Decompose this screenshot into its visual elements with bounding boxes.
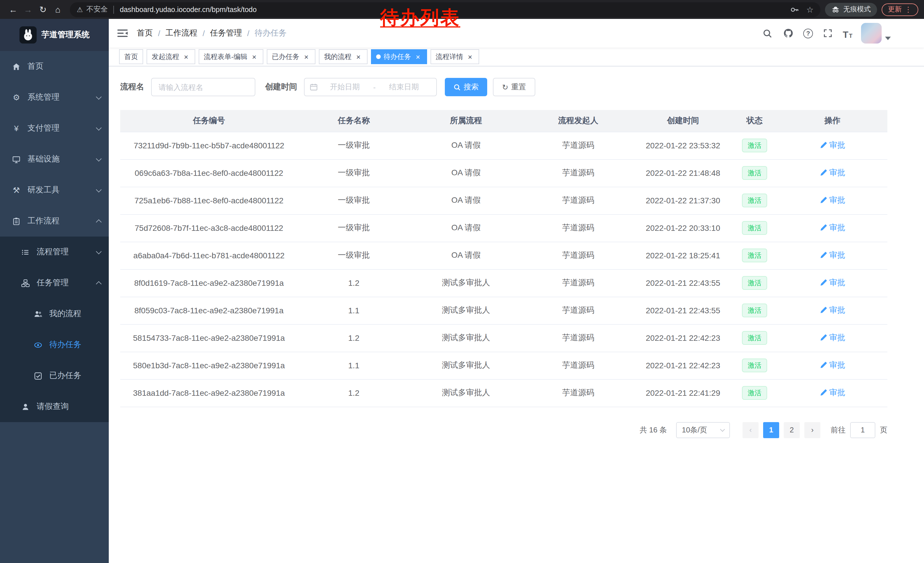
sidebar-item-dev-tools[interactable]: ⚒ 研发工具: [0, 175, 109, 206]
close-icon[interactable]: ×: [182, 53, 190, 61]
forward-icon[interactable]: →: [21, 2, 36, 17]
browser-menu-icon[interactable]: ⋮: [904, 5, 912, 14]
search-icon[interactable]: [761, 27, 773, 39]
edit-icon: [819, 389, 827, 396]
close-icon[interactable]: ×: [302, 53, 310, 61]
tab-done-tasks[interactable]: 已办任务 ×: [267, 49, 315, 64]
approve-link[interactable]: 审批: [819, 250, 845, 261]
start-date-placeholder: 开始日期: [318, 82, 372, 92]
sidebar-item-payment[interactable]: ¥ 支付管理: [0, 113, 109, 144]
sidebar-item-process-mgmt[interactable]: 流程管理: [0, 237, 109, 267]
tab-start-process[interactable]: 发起流程 ×: [147, 49, 195, 64]
cell-action: 审批: [777, 297, 887, 324]
font-size-icon[interactable]: TT: [843, 27, 852, 39]
col-process: 所属流程: [410, 110, 522, 132]
sidebar-item-workflow[interactable]: 工作流程: [0, 206, 109, 237]
tab-process-form-edit[interactable]: 流程表单-编辑 ×: [199, 49, 263, 64]
cell-task-name: 1.1: [298, 352, 410, 379]
date-range-picker[interactable]: 开始日期 - 结束日期: [304, 78, 437, 96]
cell-task-id: 75d72608-7b7f-11ec-a3c8-acde48001122: [120, 214, 298, 242]
status-badge: 激活: [742, 194, 767, 207]
approve-link[interactable]: 审批: [819, 195, 845, 206]
edit-icon: [819, 307, 827, 314]
approve-link[interactable]: 审批: [819, 140, 845, 151]
close-icon[interactable]: ×: [354, 53, 362, 61]
github-icon[interactable]: [782, 27, 795, 39]
back-icon[interactable]: ←: [6, 2, 21, 17]
search-button[interactable]: 搜索: [445, 78, 487, 96]
approve-link[interactable]: 审批: [819, 360, 845, 371]
cell-created: 2022-01-22 21:37:30: [634, 187, 732, 214]
cell-task-name: 一级审批: [298, 187, 410, 214]
sidebar-toggle-icon[interactable]: [117, 29, 128, 38]
annotation-overlay: 待办列表: [380, 5, 460, 31]
browser-home-icon[interactable]: ⌂: [50, 2, 65, 17]
page-1-button[interactable]: 1: [763, 422, 779, 438]
close-icon[interactable]: ×: [414, 53, 422, 61]
prev-page-button[interactable]: ‹: [742, 422, 759, 438]
sidebar-item-home[interactable]: 首页: [0, 51, 109, 82]
page-2-button[interactable]: 2: [784, 422, 800, 438]
breadcrumb-item-workflow[interactable]: 工作流程: [165, 28, 198, 38]
browser-window: ← → ↻ ⌂ ⚠ 不安全 dashboard.yudao.iocoder.cn…: [0, 0, 924, 563]
user-menu[interactable]: [861, 23, 891, 44]
chevron-up-icon: [96, 219, 102, 225]
process-name-input[interactable]: [151, 78, 255, 96]
question-icon[interactable]: ?: [803, 29, 813, 38]
cell-process: 测试多审批人: [410, 324, 522, 352]
breadcrumb-item-task-mgmt[interactable]: 任务管理: [210, 28, 242, 38]
create-time-label: 创建时间: [265, 82, 297, 92]
sidebar-item-todo-tasks[interactable]: 待办任务: [0, 329, 109, 360]
sidebar-item-system[interactable]: ⚙ 系统管理: [0, 82, 109, 113]
cell-starter: 芋道源码: [522, 132, 634, 159]
cell-action: 审批: [777, 352, 887, 379]
cell-created: 2022-01-22 20:33:10: [634, 214, 732, 242]
edit-icon: [819, 142, 827, 149]
update-label: 更新: [888, 5, 902, 14]
cell-status: 激活: [732, 132, 777, 159]
cell-process: OA 请假: [410, 159, 522, 187]
col-status: 状态: [732, 110, 777, 132]
cell-starter: 芋道源码: [522, 297, 634, 324]
avatar[interactable]: [861, 23, 882, 44]
table-row: 73211d9d-7b9b-11ec-b5b7-acde48001122 一级审…: [120, 132, 887, 159]
update-button[interactable]: 更新 ⋮: [882, 3, 918, 16]
app-logo[interactable]: 芋道管理系统: [0, 19, 109, 51]
close-icon[interactable]: ×: [466, 53, 474, 61]
approve-link[interactable]: 审批: [819, 305, 845, 315]
approve-link[interactable]: 审批: [819, 168, 845, 178]
approve-link[interactable]: 审批: [819, 333, 845, 343]
cell-created: 2022-01-21 22:41:29: [634, 379, 732, 407]
approve-link[interactable]: 审批: [819, 223, 845, 233]
col-task-name: 任务名称: [298, 110, 410, 132]
tab-home[interactable]: 首页: [119, 49, 143, 64]
reload-icon[interactable]: ↻: [36, 2, 50, 17]
list-icon: [21, 248, 30, 256]
tab-process-detail[interactable]: 流程详情 ×: [430, 49, 479, 64]
page-size-select[interactable]: 10条/页: [676, 422, 730, 438]
breadcrumb-item-home[interactable]: 首页: [137, 28, 153, 38]
chevron-down-icon: [720, 427, 725, 432]
table-row: a6aba0a4-7b6d-11ec-b781-acde48001122 一级审…: [120, 242, 887, 269]
sidebar-item-my-process[interactable]: 我的流程: [0, 299, 109, 329]
sidebar-item-done-tasks[interactable]: 已办任务: [0, 360, 109, 391]
close-icon[interactable]: ×: [250, 53, 258, 61]
table-body: 73211d9d-7b9b-11ec-b5b7-acde48001122 一级审…: [120, 132, 887, 407]
calendar-icon: [310, 83, 318, 91]
edit-icon: [819, 169, 827, 177]
cell-starter: 芋道源码: [522, 379, 634, 407]
reset-button[interactable]: ↻ 重置: [493, 78, 535, 96]
sidebar-item-leave-query[interactable]: 请假查询: [0, 391, 109, 422]
sidebar-item-infra[interactable]: 基础设施: [0, 144, 109, 175]
bookmark-star-icon[interactable]: ☆: [806, 5, 813, 14]
sidebar-item-task-mgmt[interactable]: 任务管理: [0, 267, 109, 299]
next-page-button[interactable]: ›: [804, 422, 820, 438]
goto-page-input[interactable]: [850, 422, 875, 438]
tab-my-process[interactable]: 我的流程 ×: [319, 49, 368, 64]
fullscreen-icon[interactable]: [822, 27, 834, 39]
tab-todo-tasks[interactable]: 待办任务 ×: [371, 49, 427, 64]
approve-link[interactable]: 审批: [819, 278, 845, 288]
password-key-icon[interactable]: [790, 5, 800, 14]
cell-status: 激活: [732, 242, 777, 269]
approve-link[interactable]: 审批: [819, 388, 845, 398]
